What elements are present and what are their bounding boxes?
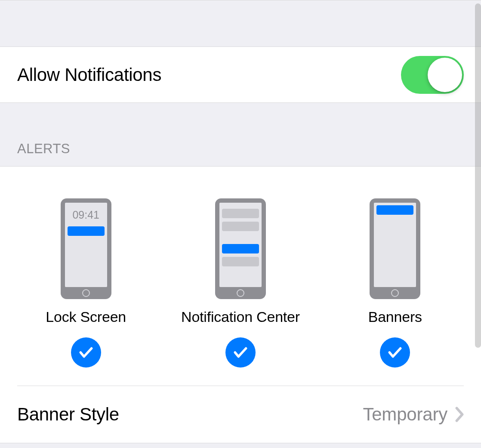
banners-checkmark-icon (380, 337, 410, 368)
chevron-right-icon (455, 407, 464, 422)
notif-bar-icon (222, 244, 259, 253)
banner-style-label: Banner Style (17, 404, 119, 425)
notif-bar-icon (222, 222, 259, 231)
alerts-header-text: ALERTS (17, 141, 70, 157)
lock-screen-checkmark-icon (71, 337, 101, 368)
notif-bar-icon (222, 257, 259, 266)
banner-style-row[interactable]: Banner Style Temporary (0, 386, 481, 443)
toggle-knob (428, 58, 462, 92)
allow-notifications-label: Allow Notifications (17, 65, 161, 85)
notification-center-phone-icon (215, 198, 266, 299)
top-spacer (0, 0, 481, 46)
banner-style-value: Temporary (363, 404, 447, 425)
home-button-icon (65, 287, 107, 299)
alert-option-notification-center[interactable]: Notification Center (163, 198, 318, 368)
alerts-section-header: ALERTS (0, 103, 481, 166)
mock-time: 09:41 (68, 209, 105, 221)
notif-bar-icon (376, 205, 413, 215)
notification-center-checkmark-icon (225, 337, 256, 368)
alert-option-banners[interactable]: Banners (318, 198, 472, 368)
allow-notifications-row: Allow Notifications (0, 46, 481, 103)
notif-bar-icon (68, 226, 105, 236)
banners-label: Banners (368, 309, 422, 325)
alerts-panel: 09:41 Lock Screen Noti (0, 166, 481, 443)
notif-bar-icon (222, 209, 259, 218)
home-button-icon (374, 287, 416, 299)
scrollbar[interactable] (475, 3, 481, 348)
alert-option-lock-screen[interactable]: 09:41 Lock Screen (9, 198, 163, 368)
notification-center-label: Notification Center (181, 309, 300, 325)
banners-phone-icon (370, 198, 420, 299)
home-button-icon (219, 287, 262, 299)
alerts-row: 09:41 Lock Screen Noti (0, 198, 481, 368)
lock-screen-label: Lock Screen (46, 309, 126, 325)
allow-notifications-toggle[interactable] (401, 56, 464, 94)
banner-style-value-group: Temporary (363, 404, 464, 425)
lock-screen-phone-icon: 09:41 (61, 198, 111, 299)
